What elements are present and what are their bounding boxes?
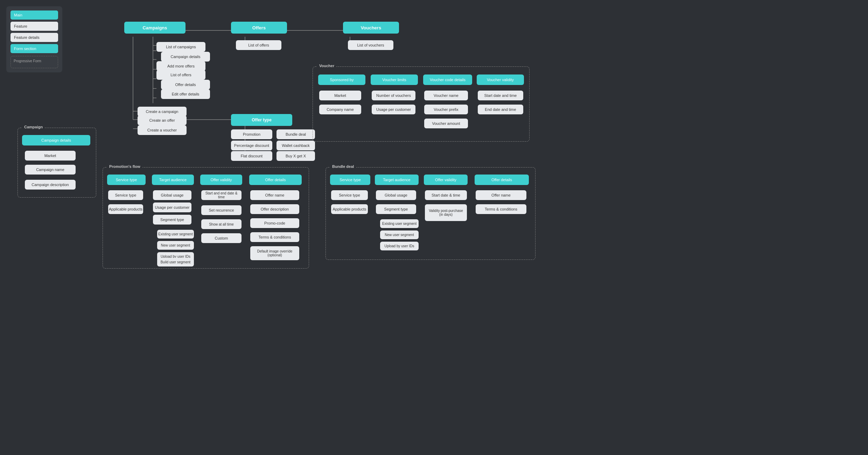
progressive-form-section: Progressive Form (10, 56, 58, 68)
wallet-cashback-node[interactable]: Wallet cashback (276, 141, 315, 150)
pf-show-at-all-time[interactable]: Show at all time (201, 219, 241, 229)
bd-offer-validity-header[interactable]: Offer validity (424, 175, 468, 185)
bd-applicable-products[interactable]: Applicable products (331, 204, 368, 214)
offer-type-node[interactable]: Offer type (231, 114, 292, 126)
pf-offer-validity-header[interactable]: Offer validity (200, 175, 242, 185)
pf-service-type-header[interactable]: Service type (107, 175, 146, 185)
offers-node[interactable]: Offers (231, 22, 287, 34)
bd-new-user-segment[interactable]: New user segment (380, 230, 419, 239)
voucher-prefix[interactable]: Voucher prefix (424, 105, 468, 114)
add-more-offers[interactable]: Add more offers (156, 61, 205, 71)
bd-service-type-header[interactable]: Service type (330, 175, 370, 185)
percentage-discount-node[interactable]: Percentage discount (231, 141, 272, 150)
list-of-offers[interactable]: List of offers (236, 40, 281, 50)
pf-segment-type[interactable]: Segment type (153, 215, 191, 225)
pf-applicable-products[interactable]: Applicable products (108, 204, 143, 214)
sidebar-item-main[interactable]: Main (10, 10, 58, 20)
sidebar: Main Feature Feature details Form sectio… (6, 6, 62, 72)
campaign-details-header[interactable]: Campaign details (22, 135, 90, 145)
promotions-flow-box: Promotion's flow Service type Service ty… (103, 167, 309, 269)
voucher-market[interactable]: Market (319, 91, 361, 100)
bd-offer-name[interactable]: Offer name (476, 190, 526, 200)
promotions-flow-label: Promotion's flow (107, 164, 142, 169)
bd-offer-details-header[interactable]: Offer details (475, 175, 529, 185)
voucher-box-label: Voucher (317, 64, 336, 68)
pf-offer-name[interactable]: Offer name (250, 190, 299, 200)
pf-custom[interactable]: Custom (201, 233, 241, 243)
bundle-deal-box: Bundle deal Service type Service type Ap… (326, 167, 536, 260)
edit-offer-details[interactable]: Edit offer details (161, 89, 210, 99)
bd-segment-type[interactable]: Segment type (376, 204, 416, 214)
bd-existing-user-segment[interactable]: Existing user segment (380, 219, 419, 228)
create-a-voucher[interactable]: Create a voucher (138, 125, 187, 135)
campaign-name[interactable]: Campaign name (25, 165, 76, 175)
pf-start-end-date[interactable]: Start and end date & time (201, 190, 241, 200)
campaign-box-label: Campaign (22, 125, 45, 129)
voucher-end-date[interactable]: End date and time (478, 105, 523, 114)
pf-existing-user-segment[interactable]: Existing user segment (157, 230, 194, 239)
buy-x-get-x-node[interactable]: Buy X get X (276, 151, 315, 161)
list-of-offers-campaign[interactable]: List of offers (156, 70, 205, 80)
campaign-details[interactable]: Campaign details (161, 52, 210, 62)
voucher-box: Voucher Sponsored by Market Company name… (313, 66, 530, 142)
campaign-description[interactable]: Campaign description (25, 180, 76, 190)
flat-discount-node[interactable]: Flat discount (231, 151, 272, 161)
voucher-limits-header[interactable]: Voucher limits (371, 74, 418, 85)
voucher-start-date[interactable]: Start date and time (478, 91, 523, 100)
sidebar-item-feature[interactable]: Feature (10, 22, 58, 31)
pf-offer-description[interactable]: Offer description (250, 204, 299, 214)
pf-new-user-segment[interactable]: New user segment (157, 241, 194, 250)
list-of-campaigns[interactable]: List of campaigns (156, 42, 205, 52)
bundle-deal-box-label: Bundle deal (330, 164, 356, 169)
create-a-campaign[interactable]: Create a campaign (138, 107, 187, 116)
bd-service-type[interactable]: Service type (331, 190, 368, 200)
campaign-box: Campaign Campaign details Market Campaig… (18, 128, 96, 198)
sidebar-item-feature-details[interactable]: Feature details (10, 33, 58, 42)
bundle-deal-node[interactable]: Bundle deal (276, 129, 315, 139)
voucher-amount[interactable]: Voucher amount (424, 119, 468, 128)
campaigns-node[interactable]: Campaigns (124, 22, 186, 34)
create-an-offer[interactable]: Create an offer (138, 115, 187, 125)
list-of-vouchers[interactable]: List of vouchers (348, 40, 393, 50)
vouchers-node[interactable]: Vouchers (343, 22, 399, 34)
progressive-form-label: Progressive Form (14, 59, 55, 63)
pf-target-audience-header[interactable]: Target audience (152, 175, 194, 185)
pf-global-usage[interactable]: Global usage (153, 190, 191, 200)
pf-build-user-segment[interactable]: Build user segment (157, 258, 194, 266)
voucher-name[interactable]: Voucher name (424, 91, 468, 100)
offer-details-campaign[interactable]: Offer details (161, 80, 210, 90)
bd-upload-by-user-ids[interactable]: Upload by user IDs (380, 242, 419, 250)
voucher-validity-header[interactable]: Voucher validity (477, 74, 524, 85)
sponsored-by-header[interactable]: Sponsored by (318, 74, 365, 85)
bd-target-audience-header[interactable]: Target audience (375, 175, 419, 185)
pf-set-recurrence[interactable]: Set recurrence (201, 205, 241, 215)
pf-service-type[interactable]: Service type (108, 190, 143, 200)
pf-offer-details-header[interactable]: Offer details (249, 175, 302, 185)
pf-promo-code[interactable]: Promo-code (250, 218, 299, 228)
pf-usage-per-customer[interactable]: Usage per customer (153, 202, 191, 212)
pf-terms-conditions[interactable]: Terms & conditions (250, 232, 299, 242)
voucher-code-details-header[interactable]: Voucher code details (423, 74, 472, 85)
number-of-vouchers[interactable]: Number of vouchers (372, 91, 415, 100)
campaign-market[interactable]: Market (25, 151, 76, 161)
voucher-usage-per-customer[interactable]: Usage per customer (372, 105, 415, 114)
voucher-company-name[interactable]: Company name (319, 105, 361, 114)
promotion-node[interactable]: Promotion (231, 129, 272, 139)
pf-default-image[interactable]: Default image override (optional) (250, 246, 299, 260)
bd-validity-post-purchase[interactable]: Validity post-purchase (in days) (425, 204, 467, 221)
bd-start-date-time[interactable]: Start date & time (425, 190, 467, 200)
bd-terms-conditions[interactable]: Terms & conditions (476, 204, 526, 214)
bd-global-usage[interactable]: Global usage (376, 190, 416, 200)
sidebar-item-form-section[interactable]: Form section (10, 44, 58, 53)
